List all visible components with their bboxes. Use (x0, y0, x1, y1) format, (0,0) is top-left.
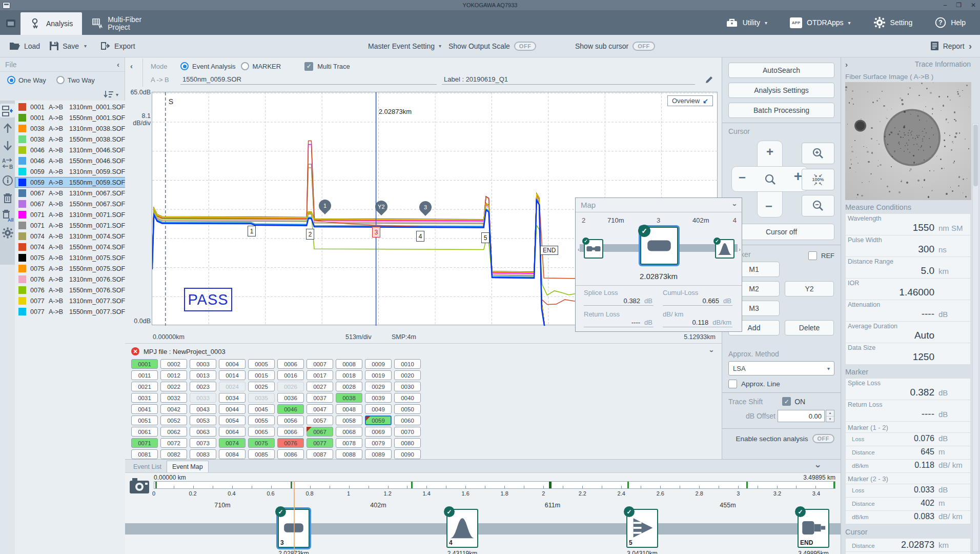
sort-icon[interactable] (104, 90, 114, 98)
mpj-cell[interactable]: 0034 (219, 393, 246, 403)
mpj-cell[interactable]: 0029 (365, 382, 392, 391)
window-switch-icon[interactable] (4, 17, 17, 30)
file-list-item[interactable]: 0074A->B1310nm_0074.SOF (15, 231, 126, 242)
mpj-cell[interactable]: 0066 (277, 427, 304, 437)
camera-icon[interactable] (129, 477, 151, 494)
two-way-radio[interactable]: Two Way (56, 76, 95, 84)
mpj-cell[interactable]: 0017 (307, 370, 333, 380)
mpj-cell[interactable]: 0077 (307, 438, 333, 448)
mpj-cell[interactable]: 0056 (277, 416, 304, 425)
mpj-cell[interactable]: 0086 (277, 449, 304, 459)
mpj-cell[interactable]: 0055 (248, 416, 275, 425)
cursor-down-minus-icon[interactable]: − (765, 201, 772, 211)
mpj-cell[interactable]: 0076 (277, 438, 304, 448)
event-marker-3[interactable]: 3 (372, 227, 380, 238)
file-list-item[interactable]: 0059A->B1310nm_0059.SOF (15, 166, 126, 177)
file-list-item[interactable]: 0076A->B1550nm_0076.SOF (15, 285, 126, 295)
delete-all-icon[interactable]: All (0, 208, 15, 222)
map-event-icon-connector[interactable]: ✓ (584, 239, 603, 259)
overview-button[interactable]: Overview↙ (667, 95, 713, 106)
mpj-cell[interactable]: 0088 (336, 449, 362, 459)
mpj-cell[interactable]: 0072 (160, 438, 187, 448)
mpj-cell[interactable]: 0061 (131, 427, 158, 437)
mpj-cell[interactable]: 0053 (190, 416, 216, 425)
tab-event-list[interactable]: Event List (128, 461, 167, 472)
cursor-left-minus-icon[interactable]: − (739, 172, 746, 183)
event-icon-4[interactable]: 4✓ (446, 509, 478, 548)
mpj-cell[interactable]: 0032 (160, 393, 187, 403)
show-sub-cursor-toggle[interactable]: Show sub cursorOFF (575, 42, 655, 51)
mpj-cell[interactable]: 0049 (365, 404, 392, 414)
mpj-cell[interactable]: 0085 (248, 449, 275, 459)
info-panel-collapse-icon[interactable]: › (845, 60, 848, 69)
mpj-cell[interactable]: 0052 (160, 416, 187, 425)
trace-align-icon[interactable] (0, 104, 15, 117)
zoom-100-button[interactable]: ↘ ↙100%↗ ↖ (802, 169, 834, 190)
sidebar-collapse-icon[interactable]: ‹ (117, 60, 119, 69)
mpj-cell[interactable]: 0087 (307, 449, 333, 459)
marker-delete-button[interactable]: Delete (785, 320, 834, 335)
mpj-cell[interactable]: 0054 (219, 416, 246, 425)
map-event-icon-splice-selected[interactable]: ✓ (640, 227, 678, 265)
save-dropdown-caret[interactable]: ▾ (84, 43, 87, 49)
menu-otdrapps[interactable]: APP OTDRApps▾ (790, 17, 851, 28)
mpj-cell[interactable]: 0058 (336, 416, 362, 425)
map-scroll-left-icon[interactable]: ‹ (578, 246, 580, 252)
mpj-cell[interactable]: 0005 (248, 359, 275, 369)
mpj-cell[interactable]: 0048 (336, 404, 362, 414)
swap-ab-icon[interactable]: AB (0, 156, 15, 170)
autosearch-button[interactable]: AutoSearch (728, 63, 834, 78)
mpj-cell[interactable]: 0030 (394, 382, 421, 391)
edit-pencil-icon[interactable] (704, 74, 714, 85)
mpj-cell[interactable]: 0037 (307, 393, 333, 403)
mpj-cell[interactable]: 0062 (160, 427, 187, 437)
file-list-item[interactable]: 0059A->B1550nm_0059.SOF (15, 177, 126, 188)
mpj-cell[interactable]: 0045 (248, 404, 275, 414)
close-icon[interactable]: ✕ (971, 0, 976, 10)
tab-multi-fiber-project[interactable]: Multi-FiberProject (82, 12, 151, 35)
event-icon-end[interactable]: END✓ (798, 509, 829, 548)
save-button[interactable]: Save (49, 41, 79, 51)
menu-help[interactable]: ? Help (935, 17, 966, 28)
file-settings-gear-icon[interactable] (0, 226, 15, 240)
trace-filename-field[interactable]: 1550nm_0059.SOR (180, 74, 437, 85)
move-down-icon[interactable] (0, 138, 15, 152)
file-list-item[interactable]: 0038A->B1310nm_0038.SOF (15, 123, 126, 134)
mpj-cell[interactable]: 0024 (219, 382, 246, 391)
mpj-cell[interactable]: 0073 (190, 438, 216, 448)
file-list-item[interactable]: 0075A->B1310nm_0075.SOF (15, 252, 126, 263)
mpj-cell[interactable]: 0009 (365, 359, 392, 369)
info-scrollbar[interactable] (972, 123, 979, 552)
mpj-cell[interactable]: 0071 (131, 438, 158, 448)
marker-radio[interactable]: MARKER (241, 62, 281, 70)
mpj-cell[interactable]: 0016 (277, 370, 304, 380)
mpj-cell[interactable]: 0041 (131, 404, 158, 414)
mpj-cell[interactable]: 0070 (394, 427, 421, 437)
file-list-item[interactable]: 0001A->B1550nm_0001.SOF (15, 112, 126, 123)
mpj-cell[interactable]: 0042 (160, 404, 187, 414)
file-list-item[interactable]: 0077A->B1310nm_0077.SOF (15, 295, 126, 306)
mpj-cell[interactable]: 0003 (190, 359, 216, 369)
event-analysis-radio[interactable]: Event Analysis (180, 62, 236, 70)
mpj-cell[interactable]: 0008 (336, 359, 362, 369)
event-map-ruler[interactable] (154, 481, 835, 489)
event-icon-5[interactable]: 5✓ (626, 509, 658, 548)
delete-icon[interactable] (0, 191, 15, 205)
mpj-cell[interactable]: 0038 (336, 393, 362, 403)
file-list-item[interactable]: 0067A->B1310nm_0067.SOF (15, 188, 126, 199)
mpj-cell[interactable]: 0081 (131, 449, 158, 459)
event-marker-4[interactable]: 4 (416, 231, 424, 242)
file-list-item[interactable]: 0071A->B1550nm_0071.SOF (15, 220, 126, 231)
export-button[interactable]: Export (100, 41, 135, 51)
mpj-cell[interactable]: 0090 (394, 449, 421, 459)
file-list-item[interactable]: 0071A->B1310nm_0071.SOF (15, 209, 126, 220)
mpj-cell[interactable]: 0033 (190, 393, 216, 403)
mpj-cell[interactable]: 0075 (248, 438, 275, 448)
mpj-cell[interactable]: 0023 (190, 382, 216, 391)
move-up-icon[interactable] (0, 121, 15, 135)
mpj-cell[interactable]: 0080 (394, 438, 421, 448)
mpj-cell[interactable]: 0083 (190, 449, 216, 459)
file-list-item[interactable]: 0075A->B1550nm_0075.SOF (15, 263, 126, 274)
approx-line-checkbox[interactable]: Approx. Line (728, 380, 834, 388)
mpj-cell[interactable]: 0011 (131, 370, 158, 380)
